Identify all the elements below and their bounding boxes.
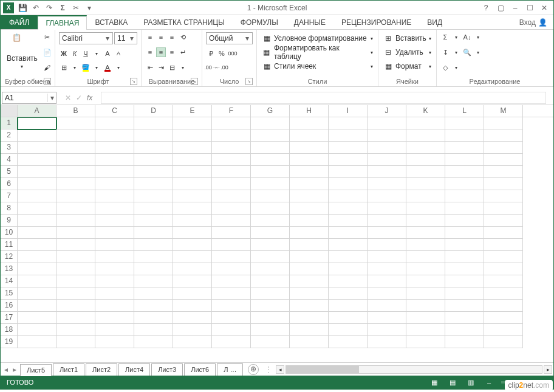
cell[interactable] — [251, 263, 290, 275]
cell[interactable] — [290, 178, 329, 190]
cell[interactable] — [329, 190, 368, 202]
cell[interactable] — [406, 178, 445, 190]
cell[interactable] — [368, 117, 406, 129]
cell[interactable] — [251, 117, 290, 129]
cell[interactable] — [134, 227, 173, 239]
cell[interactable] — [56, 154, 95, 166]
cell[interactable] — [290, 239, 329, 251]
cell-styles-button[interactable]: ▦Стили ячеек▾ — [261, 60, 374, 72]
sheet-tab[interactable]: Лист3 — [151, 363, 183, 376]
horizontal-scrollbar[interactable]: ◂ ▸ — [275, 363, 553, 376]
cell[interactable] — [290, 251, 329, 263]
align-left-button[interactable]: ≡ — [145, 47, 155, 57]
close-button[interactable]: ✕ — [538, 2, 551, 13]
cell[interactable] — [329, 154, 368, 166]
cell[interactable] — [18, 202, 56, 215]
save-icon[interactable]: 💾 — [18, 3, 27, 13]
sheet-tab[interactable]: Л … — [217, 363, 243, 376]
accounting-format-button[interactable]: ₽ — [206, 49, 216, 58]
cell[interactable] — [406, 190, 445, 202]
fill-dropdown[interactable]: ▾ — [92, 63, 101, 72]
cell[interactable] — [251, 336, 290, 348]
cell[interactable] — [406, 202, 445, 215]
row-header[interactable]: 15 — [1, 287, 18, 300]
cell[interactable] — [484, 202, 523, 215]
chevron-down-icon[interactable]: ▾ — [244, 34, 251, 43]
cell[interactable] — [251, 215, 290, 227]
cell[interactable] — [290, 117, 329, 129]
cell[interactable] — [445, 166, 484, 178]
cell[interactable] — [406, 287, 445, 300]
cell[interactable] — [290, 129, 329, 142]
column-header[interactable]: M — [484, 105, 523, 117]
find-button[interactable]: 🔍 — [462, 47, 472, 57]
clipboard-dialog-launcher[interactable]: ↘ — [44, 78, 51, 85]
normal-view-button[interactable]: ▦ — [428, 377, 440, 387]
sheet-tab[interactable]: Лист5 — [20, 364, 52, 376]
cell[interactable] — [56, 142, 95, 154]
cell[interactable] — [18, 324, 56, 336]
cell[interactable] — [406, 129, 445, 142]
cell[interactable] — [173, 202, 212, 215]
cell[interactable] — [251, 324, 290, 336]
insert-cells-button[interactable]: ⊞Вставить▾ — [382, 32, 433, 44]
cell[interactable] — [445, 312, 484, 324]
cell[interactable] — [484, 154, 523, 166]
cell[interactable] — [18, 312, 56, 324]
cell[interactable] — [290, 227, 329, 239]
cell[interactable] — [56, 190, 95, 202]
row-header[interactable]: 13 — [1, 263, 18, 275]
cell[interactable] — [484, 215, 523, 227]
cell[interactable] — [56, 117, 95, 129]
cell[interactable] — [134, 336, 173, 348]
cell[interactable] — [18, 263, 56, 275]
minimize-button[interactable]: – — [508, 2, 522, 13]
cell[interactable] — [95, 154, 134, 166]
cell[interactable] — [95, 166, 134, 178]
fill-color-button[interactable]: 🪣 — [81, 63, 91, 72]
number-format-combo[interactable]: Общий▾ — [206, 32, 253, 44]
merge-dropdown[interactable]: ▾ — [178, 63, 188, 72]
cell[interactable] — [95, 300, 134, 312]
cell[interactable] — [212, 300, 251, 312]
cell[interactable] — [445, 263, 484, 275]
cell[interactable] — [445, 154, 484, 166]
border-dropdown[interactable]: ▾ — [70, 63, 80, 72]
sort-filter-button[interactable]: A↓ — [462, 32, 472, 42]
name-box-input[interactable] — [2, 94, 47, 102]
cell[interactable] — [173, 129, 212, 142]
cell[interactable] — [290, 312, 329, 324]
cell[interactable] — [18, 251, 56, 263]
cell[interactable] — [368, 129, 406, 142]
cell[interactable] — [368, 166, 406, 178]
cell[interactable] — [329, 142, 368, 154]
font-color-button[interactable]: A — [103, 63, 112, 72]
cell[interactable] — [134, 300, 173, 312]
row-header[interactable]: 18 — [1, 324, 18, 336]
paste-button[interactable]: 📋 Вставить ▾ — [4, 32, 40, 72]
cell[interactable] — [484, 300, 523, 312]
cell[interactable] — [18, 154, 56, 166]
increase-indent-button[interactable]: ⇥ — [156, 63, 166, 72]
cell[interactable] — [173, 190, 212, 202]
cell[interactable] — [173, 142, 212, 154]
cell[interactable] — [251, 251, 290, 263]
cell[interactable] — [56, 251, 95, 263]
cell[interactable] — [134, 154, 173, 166]
underline-dropdown[interactable]: ▾ — [92, 49, 101, 58]
cell[interactable] — [56, 300, 95, 312]
cell[interactable] — [134, 287, 173, 300]
qat-dropdown-icon[interactable]: ▾ — [84, 3, 94, 13]
cell[interactable] — [251, 239, 290, 251]
scroll-left-button[interactable]: ◂ — [276, 365, 284, 374]
chevron-down-icon[interactable]: ▾ — [128, 34, 135, 43]
cell[interactable] — [134, 312, 173, 324]
cell[interactable] — [56, 287, 95, 300]
cell[interactable] — [212, 202, 251, 215]
cell[interactable] — [290, 287, 329, 300]
select-all-corner[interactable] — [1, 105, 18, 117]
cell[interactable] — [445, 129, 484, 142]
row-header[interactable]: 4 — [1, 154, 18, 166]
cell[interactable] — [173, 275, 212, 287]
cell[interactable] — [368, 324, 406, 336]
